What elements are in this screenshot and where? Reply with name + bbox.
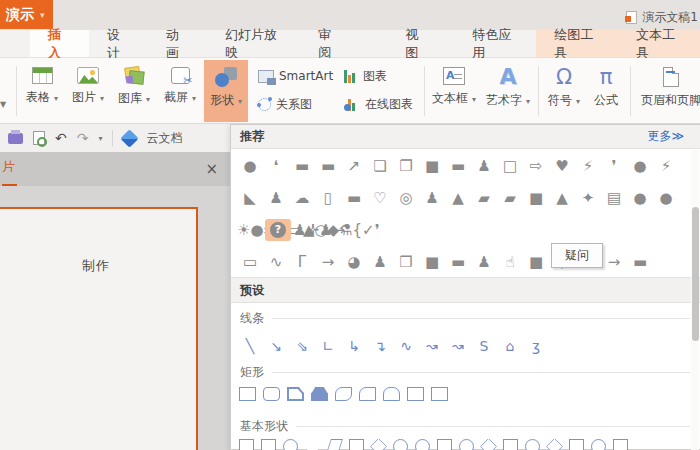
- shape-icon[interactable]: ♟: [367, 249, 393, 275]
- print-icon[interactable]: [8, 133, 23, 144]
- scrollbar-thumb[interactable]: [692, 207, 699, 341]
- more-link[interactable]: 更多≫: [647, 128, 684, 145]
- shape-icon[interactable]: ❒: [393, 249, 419, 275]
- shape-icon[interactable]: ■: [523, 249, 549, 275]
- line-shape-icon[interactable]: ʒ: [523, 333, 549, 359]
- shape-icon[interactable]: ▬: [289, 153, 315, 179]
- shape-icon[interactable]: ☀: [237, 217, 250, 243]
- shape-icon[interactable]: ❜: [601, 153, 627, 179]
- shape-icon[interactable]: ♟: [319, 217, 332, 243]
- shape-icon[interactable]: ▤: [601, 185, 627, 211]
- line-shape-icon[interactable]: ↳: [341, 333, 367, 359]
- shape-icon[interactable]: ❏: [367, 153, 393, 179]
- tab-review[interactable]: 审阅: [300, 30, 359, 57]
- shape-icon[interactable]: ✓: [362, 217, 375, 243]
- shape-icon[interactable]: ☁: [289, 185, 315, 211]
- shape-icon[interactable]: ◕: [341, 249, 367, 275]
- shape-icon[interactable]: →: [332, 217, 345, 243]
- clipped-left-button[interactable]: ▼: [0, 92, 6, 116]
- line-shape-icon[interactable]: ╲: [237, 333, 263, 359]
- app-menu-button[interactable]: 演示 ▾: [0, 0, 53, 29]
- shape-rectangle[interactable]: [569, 439, 584, 450]
- shapes-button[interactable]: 形状 ▾: [204, 60, 248, 122]
- shape-rectangle[interactable]: [407, 387, 424, 401]
- shape-icon[interactable]: ✦: [575, 185, 601, 211]
- line-shape-icon[interactable]: ↴: [367, 333, 393, 359]
- shape-circle[interactable]: [525, 439, 540, 450]
- tab-slideshow[interactable]: 幻灯片放映: [207, 30, 300, 57]
- shape-icon[interactable]: ↗: [341, 153, 367, 179]
- shape-icon[interactable]: ●: [653, 185, 679, 211]
- symbol-button[interactable]: Ω 符号 ▾: [542, 60, 586, 122]
- shape-icon[interactable]: ∿: [263, 249, 289, 275]
- line-shape-icon[interactable]: ↘: [263, 333, 289, 359]
- close-icon[interactable]: ×: [205, 160, 218, 178]
- shape-snip-diagonal[interactable]: [335, 387, 352, 401]
- line-shape-icon[interactable]: ∟: [315, 333, 341, 359]
- chart-button[interactable]: 图表: [344, 64, 387, 88]
- shape-icon[interactable]: ■: [419, 153, 445, 179]
- shape-icon[interactable]: ♡: [367, 185, 393, 211]
- line-shape-icon[interactable]: ↝: [419, 333, 445, 359]
- header-footer-button[interactable]: 页眉和页脚: [636, 60, 700, 122]
- line-shape-icon[interactable]: ⇘: [289, 333, 315, 359]
- shape-icon[interactable]: ❐: [393, 153, 419, 179]
- shape-icon[interactable]: →: [315, 249, 341, 275]
- shape-hexagon[interactable]: [415, 439, 430, 450]
- tab-special-apps[interactable]: 特色应用: [454, 30, 536, 57]
- line-shape-icon[interactable]: S: [471, 333, 497, 359]
- tab-drawing-tools[interactable]: 绘图工具: [536, 30, 618, 57]
- line-shape-icon[interactable]: ∿: [393, 333, 419, 359]
- shape-vertical-text-box[interactable]: [261, 439, 276, 450]
- shape-question-hovered[interactable]: ?: [265, 219, 291, 241]
- shape-icon[interactable]: ▬: [315, 153, 341, 179]
- line-shape-icon[interactable]: ⌂: [497, 333, 523, 359]
- line-shape-icon[interactable]: ↝: [445, 333, 471, 359]
- picture-button[interactable]: 图片 ▾: [66, 60, 110, 122]
- tab-insert[interactable]: 插入: [30, 30, 89, 57]
- shape-icon[interactable]: ⚡: [575, 153, 601, 179]
- shape-icon[interactable]: □: [497, 153, 523, 179]
- shape-rectangle[interactable]: [503, 439, 518, 450]
- shape-icon[interactable]: ●: [627, 185, 653, 211]
- shape-rectangle[interactable]: [613, 439, 628, 450]
- shape-icon[interactable]: ▬: [445, 153, 471, 179]
- shape-icon[interactable]: ♟: [293, 217, 306, 243]
- shape-icon[interactable]: ▰: [497, 185, 523, 211]
- shape-icon[interactable]: ▯: [315, 185, 341, 211]
- online-chart-button[interactable]: 在线图表: [344, 92, 413, 116]
- shape-icon[interactable]: ♥: [549, 153, 575, 179]
- shape-icon[interactable]: ●: [627, 153, 653, 179]
- shape-icon[interactable]: ▬: [341, 185, 367, 211]
- shape-circle[interactable]: [591, 439, 606, 450]
- textbox-button[interactable]: A 文本框 ▾: [428, 60, 480, 122]
- shape-round-single-corner[interactable]: [359, 387, 376, 401]
- smartart-button[interactable]: SmartArt: [258, 64, 333, 88]
- tab-design[interactable]: 设计: [89, 30, 148, 57]
- shape-snip-same-side[interactable]: [311, 387, 328, 401]
- print-preview-icon[interactable]: [33, 131, 45, 145]
- shape-snip-single-corner[interactable]: [287, 387, 304, 401]
- shape-octagon[interactable]: [437, 439, 452, 450]
- shape-icon[interactable]: ▲: [549, 185, 575, 211]
- shape-icon[interactable]: ◣: [237, 185, 263, 211]
- tab-view[interactable]: 视图: [387, 30, 446, 57]
- wordart-button[interactable]: A 艺术字 ▾: [482, 60, 534, 122]
- slide-thumbnail[interactable]: 制作: [0, 207, 198, 450]
- shape-round-same-side[interactable]: [383, 387, 400, 401]
- shape-icon[interactable]: →: [601, 249, 627, 275]
- shape-icon[interactable]: ●: [237, 153, 263, 179]
- shape-oval[interactable]: [283, 439, 298, 450]
- formula-button[interactable]: π 公式: [588, 60, 624, 122]
- shape-text-box[interactable]: [239, 439, 254, 450]
- tab-animation[interactable]: 动画: [148, 30, 207, 57]
- shape-rectangle[interactable]: [431, 387, 448, 401]
- diagram-button[interactable]: 关系图: [258, 92, 312, 116]
- shape-icon[interactable]: ⚡: [653, 153, 679, 179]
- shape-icon[interactable]: ▬: [627, 249, 653, 275]
- shape-icon[interactable]: ✛: [306, 217, 319, 243]
- shape-diamond[interactable]: [480, 439, 497, 450]
- shape-trapezoid[interactable]: [349, 439, 364, 450]
- shape-icon[interactable]: ▭: [237, 249, 263, 275]
- shape-icon[interactable]: ❜: [375, 217, 380, 243]
